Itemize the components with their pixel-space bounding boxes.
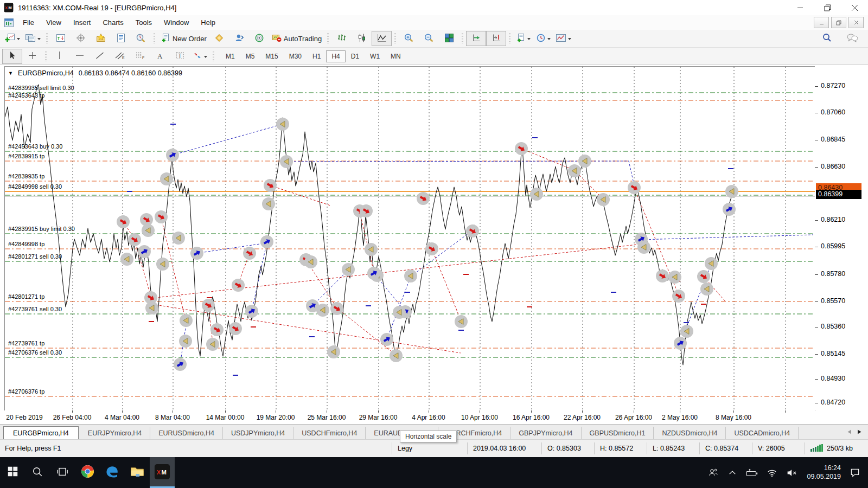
timeframe-w1-button[interactable]: W1 bbox=[365, 50, 385, 62]
timeframe-d1-button[interactable]: D1 bbox=[346, 50, 365, 62]
tab-scroll-right-icon[interactable] bbox=[857, 427, 861, 436]
child-restore-button[interactable] bbox=[831, 17, 846, 28]
taskbar-edge-button[interactable] bbox=[100, 457, 125, 488]
menu-item-tools[interactable]: Tools bbox=[130, 16, 158, 29]
taskbar-file-explorer-button[interactable] bbox=[125, 457, 150, 488]
indicators-button[interactable] bbox=[513, 31, 533, 46]
community-button[interactable] bbox=[229, 31, 250, 46]
order-line-label[interactable]: #42453643 buy 0.30 bbox=[8, 143, 62, 150]
chart-tab[interactable]: USDCHFmicro,H4 bbox=[293, 427, 366, 440]
bar-chart-button[interactable] bbox=[331, 31, 352, 46]
order-line-label[interactable]: #42453643 tp bbox=[8, 92, 44, 99]
chart-tab[interactable]: GBPUSDmicro,H1 bbox=[582, 427, 654, 440]
line-chart-button[interactable] bbox=[372, 31, 392, 46]
navigator-button[interactable] bbox=[91, 31, 111, 46]
horizontal-line-tool-button[interactable] bbox=[69, 49, 90, 64]
zoom-in-button[interactable] bbox=[399, 31, 419, 46]
wifi-icon[interactable] bbox=[767, 467, 777, 478]
timeframe-m15-button[interactable]: M15 bbox=[260, 50, 283, 62]
menu-item-charts[interactable]: Charts bbox=[97, 16, 129, 29]
timeframe-m1-button[interactable]: M1 bbox=[220, 50, 240, 62]
tab-scroll-left-icon[interactable] bbox=[847, 427, 852, 436]
metaeditor-button[interactable] bbox=[209, 31, 229, 46]
menu-item-insert[interactable]: Insert bbox=[67, 16, 97, 29]
market-watch-button[interactable] bbox=[50, 31, 71, 46]
order-line-label[interactable]: #42706376 sell 0.30 bbox=[8, 349, 62, 356]
arrows-tool-button[interactable] bbox=[190, 49, 210, 64]
chart-tab[interactable]: EURJPYmicro,H4 bbox=[80, 427, 150, 440]
time-axis[interactable]: 20 Feb 201926 Feb 04:004 Mar 04:008 Mar … bbox=[4, 410, 815, 424]
order-line-label[interactable]: #42839935 tp bbox=[8, 173, 44, 179]
chevron-up-icon[interactable] bbox=[727, 468, 737, 478]
chart-tab[interactable]: EURUSDmicro,H4 bbox=[150, 427, 223, 440]
taskbar-clock[interactable]: 16:24 09.05.2019 bbox=[807, 464, 841, 481]
order-lines[interactable] bbox=[5, 93, 815, 396]
chart-plot[interactable]: ▼ EURGBPmicro,H4 0.86183 0.86474 0.86160… bbox=[4, 66, 815, 411]
chart-tab[interactable]: USDCADmicro,H4 bbox=[726, 427, 799, 440]
taskbar-start-button[interactable] bbox=[0, 457, 25, 488]
cursor-tool-button[interactable] bbox=[2, 49, 22, 64]
timeframe-h4-button[interactable]: H4 bbox=[326, 50, 345, 62]
menu-item-help[interactable]: Help bbox=[195, 16, 221, 29]
collapse-icon[interactable]: ▼ bbox=[8, 70, 13, 76]
order-line-label[interactable]: #42801271 tp bbox=[8, 293, 44, 300]
taskbar-chrome-button[interactable] bbox=[75, 457, 100, 488]
chart-shift-button[interactable] bbox=[486, 31, 506, 46]
tile-windows-button[interactable] bbox=[439, 31, 459, 46]
broadcast-button[interactable] bbox=[250, 31, 270, 46]
chat-button[interactable] bbox=[843, 31, 863, 46]
new-chart-button[interactable] bbox=[2, 31, 23, 46]
volume-muted-icon[interactable] bbox=[786, 467, 798, 478]
taskbar-task-view-button[interactable] bbox=[50, 457, 75, 488]
data-window-button[interactable] bbox=[71, 31, 91, 46]
order-line-label[interactable]: #42849998 sell 0.30 bbox=[8, 183, 62, 190]
timeframe-m30-button[interactable]: M30 bbox=[284, 50, 307, 62]
terminal-button[interactable] bbox=[111, 31, 131, 46]
order-line-label[interactable]: #42839915 buy limit 0.30 bbox=[8, 226, 75, 232]
fibonacci-tool-button[interactable]: F bbox=[130, 49, 150, 64]
battery-icon[interactable] bbox=[746, 467, 758, 478]
text-label-tool-button[interactable]: T bbox=[170, 49, 190, 64]
order-line-label[interactable]: #42706376 tp bbox=[8, 388, 44, 395]
menu-item-file[interactable]: File bbox=[17, 16, 40, 29]
crosshair-tool-button[interactable] bbox=[22, 49, 42, 64]
profiles-button[interactable] bbox=[23, 31, 43, 46]
timeframe-h1-button[interactable]: H1 bbox=[307, 50, 326, 62]
restore-button[interactable] bbox=[814, 0, 841, 15]
zoom-out-button[interactable] bbox=[419, 31, 439, 46]
equidistant-channel-tool-button[interactable]: E bbox=[110, 49, 130, 64]
candlestick-chart-button[interactable] bbox=[352, 31, 372, 46]
order-line-label[interactable]: #42801271 sell 0.30 bbox=[8, 253, 62, 260]
minimize-button[interactable] bbox=[787, 0, 814, 15]
order-line-label[interactable]: #42739761 sell 0.30 bbox=[8, 306, 62, 312]
people-icon[interactable] bbox=[708, 467, 719, 478]
order-line-label[interactable]: #42839915 tp bbox=[8, 153, 44, 159]
text-tool-button[interactable]: A bbox=[150, 49, 170, 64]
new-order-button[interactable]: New Order bbox=[158, 31, 209, 46]
taskbar-xm-button[interactable]: XM bbox=[150, 457, 175, 488]
taskbar-search-button[interactable] bbox=[25, 457, 50, 488]
chart-tab[interactable]: USDJPYmicro,H4 bbox=[223, 427, 293, 440]
trendline-tool-button[interactable] bbox=[90, 49, 110, 64]
close-button[interactable] bbox=[841, 0, 868, 15]
chart-tab[interactable]: EURGBPmicro,H4 bbox=[3, 426, 79, 440]
timeframe-mn-button[interactable]: MN bbox=[385, 50, 406, 62]
order-line-label[interactable]: #42839935 sell limit 0.30 bbox=[8, 85, 74, 91]
vertical-line-tool-button[interactable] bbox=[49, 49, 69, 64]
strategy-tester-button[interactable] bbox=[131, 31, 151, 46]
order-line-label[interactable]: #42739761 tp bbox=[8, 340, 44, 346]
chart-tab[interactable]: GBPJPYmicro,H4 bbox=[510, 427, 581, 440]
templates-button[interactable] bbox=[553, 31, 574, 46]
order-line-label[interactable]: #42849998 tp bbox=[8, 241, 44, 247]
search-button[interactable] bbox=[817, 31, 837, 46]
price-axis[interactable]: 0.872700.870600.868450.866300.862100.859… bbox=[815, 66, 867, 410]
timeframe-m5-button[interactable]: M5 bbox=[240, 50, 260, 62]
action-center-icon[interactable] bbox=[850, 467, 860, 478]
menu-item-window[interactable]: Window bbox=[158, 16, 195, 29]
menu-item-view[interactable]: View bbox=[40, 16, 67, 29]
periods-button[interactable] bbox=[533, 31, 553, 46]
child-minimize-button[interactable] bbox=[814, 17, 829, 28]
auto-scroll-button[interactable] bbox=[466, 31, 486, 46]
child-close-button[interactable] bbox=[848, 17, 864, 28]
autotrading-button[interactable]: AutoTrading bbox=[270, 31, 324, 46]
